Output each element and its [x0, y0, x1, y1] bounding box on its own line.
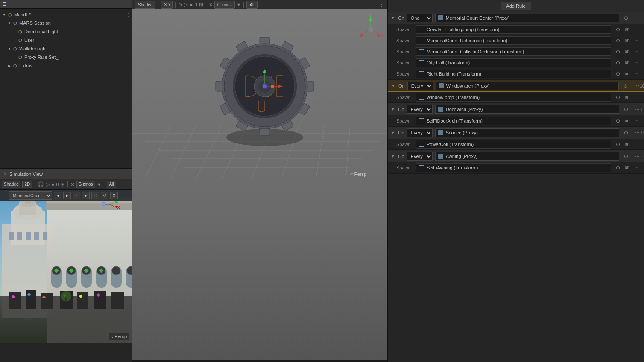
tree-item-walkthrough[interactable]: ▼ ⬡ Walkthrough — [5, 44, 132, 53]
sim-2d-btn[interactable]: 2D — [22, 181, 32, 188]
spawn-target-1-2[interactable]: ⊙ — [614, 36, 622, 45]
viewport-close-icon[interactable]: ✕ — [209, 2, 213, 8]
spawn-asset-1-5[interactable]: Right Building (Transform) — [416, 70, 611, 78]
mode-3d-btn[interactable]: 3D — [161, 1, 173, 9]
spawn-target-1-3[interactable]: ⊙ — [614, 47, 622, 56]
shaded-btn[interactable]: Shaded — [135, 1, 155, 9]
rule-expand-10[interactable]: ▼ — [391, 83, 396, 88]
sim-shaded-btn[interactable]: Shaded — [2, 181, 20, 188]
settings-btn[interactable]: ⚙ — [110, 192, 118, 199]
spawn-asset-11-1[interactable]: SciFiDoorArch (Transform) — [416, 117, 611, 125]
spawn-asset-1-4[interactable]: City Hall (Transform) — [416, 58, 611, 67]
rule-target-icon-11[interactable]: ⊙ — [622, 105, 630, 114]
rules-list[interactable]: ▼ On One Memorial Court Center (Proxy) ⊙… — [388, 12, 644, 362]
spawn-toggle-5-1[interactable]: ⋯ — [632, 163, 641, 172]
spawn-toggle-1-4[interactable]: ⋯ — [632, 58, 641, 67]
svg-point-25 — [112, 266, 120, 275]
gizmos-btn[interactable]: Gizmos — [214, 1, 235, 9]
rule-target-icon-1[interactable]: ⊙ — [622, 14, 630, 22]
spawn-asset-5-1[interactable]: SciFiAwning (Transform) — [416, 163, 611, 172]
sim-gizmos-btn[interactable]: Gizmos — [76, 181, 95, 188]
viewport-grid-icon[interactable]: ⊞ — [199, 2, 203, 8]
record-icon[interactable]: ● — [51, 181, 54, 187]
proxy-scene-icon-11 — [438, 107, 443, 112]
spawn-target-1-5[interactable]: ⊙ — [614, 70, 622, 78]
rule-condition-11[interactable]: Every — [407, 105, 433, 114]
spawn-target-13-1[interactable]: ⊙ — [614, 140, 622, 149]
svg-text:Y: Y — [369, 13, 372, 18]
3d-viewport[interactable]: Y X < Persp — [132, 9, 387, 360]
loop-btn[interactable]: ↺ — [101, 192, 108, 199]
tree-item-directional-light[interactable]: ⬡ Directional Light — [10, 27, 132, 36]
spawn-asset-10-1[interactable]: Window prop (Transform) — [416, 93, 611, 102]
memorial-dropdown[interactable]: MemorialCour... — [9, 191, 52, 200]
rule-proxy-5[interactable]: Awning (Proxy) — [435, 152, 619, 161]
rule-group-1: ▼ On One Memorial Court Center (Proxy) ⊙… — [388, 12, 644, 80]
spawn-target-1-1[interactable]: ⊙ — [614, 25, 622, 34]
rule-target-icon-13[interactable]: ⊙ — [622, 128, 630, 137]
transform-icon-1-1 — [419, 27, 424, 32]
spawn-toggle-1-3[interactable]: ⋯ — [632, 47, 641, 56]
rule-group-10: ▼ On Every Window arch (Proxy) ⊙ ⋯ 10 Sp… — [388, 80, 644, 103]
rule-proxy-11[interactable]: Door arch (Proxy) — [435, 105, 619, 114]
rule-proxy-1[interactable]: Memorial Court Center (Proxy) — [435, 14, 619, 22]
viewport-play-icon[interactable]: ▷ — [184, 2, 188, 8]
spawn-toggle-13-1[interactable]: ⋯ — [632, 140, 641, 149]
spawn-asset-1-1[interactable]: Crawler_BuildingJump (Transform) — [416, 25, 611, 34]
play-small-icon[interactable]: ▷ — [46, 181, 50, 187]
rule-target-icon-5[interactable]: ⊙ — [622, 152, 630, 161]
prev-btn[interactable]: ◀ — [54, 192, 61, 199]
rule-proxy-10[interactable]: Window arch (Proxy) — [436, 82, 619, 90]
spawn-toggle-10-1[interactable]: ⋯ — [632, 93, 641, 102]
tree-item-user[interactable]: ⬡ User — [10, 36, 132, 44]
rule-expand-1[interactable]: ▼ — [390, 15, 395, 20]
sim-top-kebab[interactable]: ⋮ — [3, 193, 7, 199]
tree-item-mars-session[interactable]: ▼ ⬡ MARS Session — [5, 19, 132, 27]
tree-menu-mande[interactable]: ⋮ — [126, 12, 130, 17]
spawn-target-5-1[interactable]: ⊙ — [614, 163, 622, 172]
close-small-icon[interactable]: ✕ — [70, 181, 75, 187]
tree-item-extras[interactable]: ▶ ⬡ Extras — [5, 61, 132, 70]
tree-item-mande[interactable]: ▼ ⬡ MandE* ⋮ — [0, 10, 132, 19]
rule-condition-13[interactable]: Every — [407, 128, 433, 137]
rule-condition-1[interactable]: One — [407, 14, 433, 22]
rule-target-icon-10[interactable]: ⊙ — [621, 82, 630, 90]
spawn-row-13-1: Spawn PowerCoil (Transform) ⊙ on ⋯ — [388, 139, 644, 150]
record-btn[interactable]: ● — [73, 192, 80, 199]
spawn-toggle-11-1[interactable]: ⋯ — [632, 117, 641, 125]
viewport-record-icon[interactable]: ● — [190, 2, 193, 8]
rule-expand-13[interactable]: ▼ — [390, 130, 395, 135]
spawn-target-1-4[interactable]: ⊙ — [614, 58, 622, 67]
cube-icon: ⬡ — [7, 12, 13, 18]
play-btn[interactable]: ▶ — [82, 192, 90, 199]
rule-menu-1[interactable]: ⋯ — [633, 14, 641, 22]
next-btn[interactable]: ▶ — [63, 192, 71, 199]
spawn-asset-1-3[interactable]: MemorialCourt_CollisionOcclusion (Transf… — [416, 47, 611, 56]
rule-proxy-13[interactable]: Sconce (Proxy) — [435, 128, 619, 137]
tree-label-mande: MandE* — [14, 12, 31, 17]
sim-kebab[interactable]: ⋮ — [125, 171, 129, 177]
tree-item-proxy-rule-set[interactable]: ⬡ Proxy Rule Set_ — [10, 53, 132, 61]
spawn-target-10-1[interactable]: ⊙ — [614, 93, 622, 102]
spawn-asset-1-2[interactable]: MemorialCourt_Reference (Transform) — [416, 36, 611, 45]
pause-btn[interactable]: ⏸ — [91, 192, 99, 199]
viewport-kebab[interactable]: ⋮ — [379, 1, 385, 8]
rule-expand-5[interactable]: ▼ — [390, 154, 395, 159]
rule-condition-10[interactable]: Every — [407, 82, 433, 90]
all-btn[interactable]: All — [246, 1, 257, 9]
sim-all-btn[interactable]: All — [107, 181, 116, 188]
spawn-target-11-1[interactable]: ⊙ — [614, 117, 622, 125]
rule-condition-5[interactable]: Every — [407, 152, 433, 161]
viewport-resize-handle[interactable] — [132, 360, 387, 362]
spawn-toggle-1-5[interactable]: ⋯ — [632, 70, 641, 78]
spawn-toggle-1-1[interactable]: ⋯ — [632, 25, 641, 34]
spawn-toggle-1-2[interactable]: ⋯ — [632, 36, 641, 45]
spawn-label-11-1: Spawn — [396, 118, 413, 123]
sim-viewport[interactable]: Y X Z ⋮ MemorialCour... ◀ ▶ ● ▶ ⏸ — [0, 190, 132, 343]
add-rule-button[interactable]: Add Rule — [501, 2, 531, 10]
spawn-asset-13-1[interactable]: PowerCoil (Transform) — [416, 140, 611, 149]
rule-proxy-label-5: Awning (Proxy) — [446, 154, 477, 159]
spawn-row-1-1: Spawn Crawler_BuildingJump (Transform) ⊙… — [388, 24, 644, 35]
grid-icon[interactable]: ⊞ — [61, 181, 65, 187]
rule-expand-11[interactable]: ▼ — [390, 107, 395, 112]
